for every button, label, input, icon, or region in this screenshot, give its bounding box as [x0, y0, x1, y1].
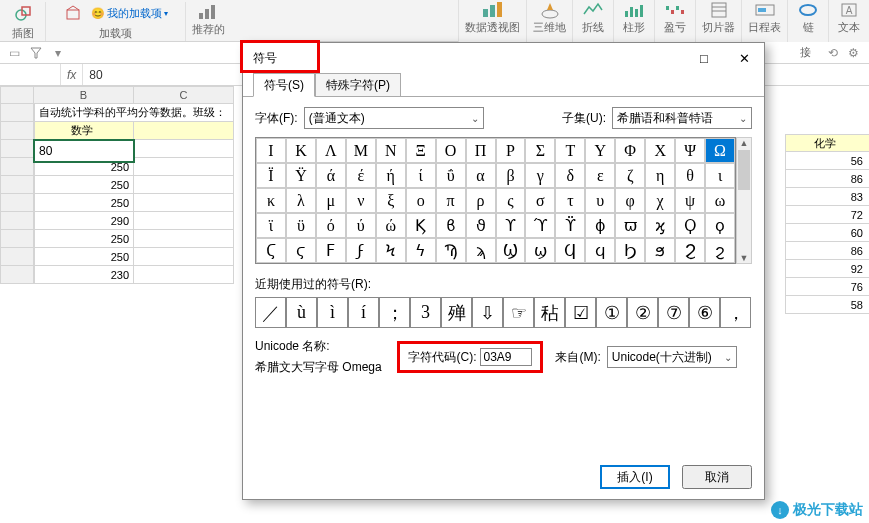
char-cell[interactable]: χ	[645, 188, 675, 213]
subset-select[interactable]: 希腊语和科普特语⌄	[612, 107, 752, 129]
recommended-charts-button[interactable]: 推荐的	[186, 2, 231, 41]
cancel-button[interactable]: 取消	[682, 465, 752, 489]
from-select[interactable]: Unicode(十六进制)⌄	[607, 346, 737, 368]
char-cell[interactable]: Υ	[585, 138, 615, 163]
character-grid[interactable]: ΙΚΛΜΝΞΟΠΡΣΤΥΦΧΨΩΪΫάέήίΰαβγδεζηθικλμνξοπρ…	[255, 137, 736, 264]
cell[interactable]	[134, 194, 234, 212]
cell[interactable]: 86	[785, 170, 869, 188]
recent-char[interactable]: í	[348, 297, 379, 328]
char-cell[interactable]: θ	[675, 163, 705, 188]
char-cell[interactable]: ϓ	[525, 213, 555, 238]
row-header[interactable]	[0, 104, 34, 122]
cell[interactable]: 86	[785, 242, 869, 260]
char-cell[interactable]: ί	[406, 163, 436, 188]
recent-char[interactable]: ì	[317, 297, 348, 328]
char-cell[interactable]: ϖ	[615, 213, 645, 238]
char-cell[interactable]: ϣ	[525, 238, 555, 263]
maximize-button[interactable]: □	[684, 43, 724, 73]
char-cell[interactable]: φ	[615, 188, 645, 213]
sparkline-winloss-button[interactable]: 盈亏	[654, 0, 695, 42]
char-cell[interactable]: γ	[525, 163, 555, 188]
char-cell[interactable]: Ϣ	[496, 238, 526, 263]
cell[interactable]	[134, 122, 234, 140]
charcode-input[interactable]	[480, 348, 532, 366]
char-cell[interactable]: Ω	[705, 138, 735, 163]
cell[interactable]	[134, 212, 234, 230]
char-cell[interactable]: ζ	[615, 163, 645, 188]
font-select[interactable]: (普通文本)⌄	[304, 107, 484, 129]
char-cell[interactable]: ό	[316, 213, 346, 238]
char-cell[interactable]: Ϝ	[316, 238, 346, 263]
char-cell[interactable]: π	[436, 188, 466, 213]
char-cell[interactable]: ϙ	[705, 213, 735, 238]
cell[interactable]: 80	[34, 140, 134, 162]
char-cell[interactable]: ϒ	[496, 213, 526, 238]
recent-char[interactable]: ，	[720, 297, 751, 328]
header-text-cell[interactable]: 自动统计学科的平均分等数据。班级：	[34, 104, 234, 122]
char-cell[interactable]: Ϡ	[436, 238, 466, 263]
formula-value[interactable]: 80	[83, 68, 102, 82]
store-icon[interactable]	[63, 3, 83, 23]
char-cell[interactable]: μ	[316, 188, 346, 213]
border-icon[interactable]: ▭	[6, 45, 22, 61]
row-header[interactable]	[0, 176, 34, 194]
slicer-button[interactable]: 切片器	[695, 0, 741, 42]
cell[interactable]: 72	[785, 206, 869, 224]
funnel-icon[interactable]	[28, 45, 44, 61]
timeline-button[interactable]: 日程表	[741, 0, 787, 42]
cell[interactable]: 92	[785, 260, 869, 278]
char-cell[interactable]: ϥ	[585, 238, 615, 263]
cell[interactable]	[134, 230, 234, 248]
recent-char[interactable]: 殚	[441, 297, 472, 328]
char-cell[interactable]: ψ	[675, 188, 705, 213]
char-cell[interactable]: τ	[555, 188, 585, 213]
settings-icon[interactable]: ⚙	[845, 45, 861, 61]
row-header[interactable]	[0, 140, 34, 158]
pivot-chart-button[interactable]: 数据透视图	[458, 0, 526, 42]
char-cell[interactable]: ι	[705, 163, 735, 188]
char-cell[interactable]: ϡ	[466, 238, 496, 263]
row-header[interactable]	[0, 248, 34, 266]
shapes-icon[interactable]	[13, 3, 33, 23]
fx-icon[interactable]: fx	[61, 68, 82, 82]
text-button[interactable]: A文本	[828, 0, 869, 42]
char-cell[interactable]: ϗ	[645, 213, 675, 238]
char-cell[interactable]: Ϧ	[615, 238, 645, 263]
close-button[interactable]: ✕	[724, 43, 764, 73]
char-cell[interactable]: Ϟ	[376, 238, 406, 263]
char-cell[interactable]: ε	[585, 163, 615, 188]
recent-char[interactable]: ①	[596, 297, 627, 328]
char-cell[interactable]: Μ	[346, 138, 376, 163]
cell[interactable]: 250	[34, 248, 134, 266]
recent-char[interactable]: 3	[410, 297, 441, 328]
row-header[interactable]	[0, 122, 34, 140]
char-cell[interactable]: ύ	[346, 213, 376, 238]
char-cell[interactable]: ϕ	[585, 213, 615, 238]
char-cell[interactable]: Ο	[436, 138, 466, 163]
row-header[interactable]	[0, 194, 34, 212]
char-cell[interactable]: Ϛ	[256, 238, 286, 263]
sort-icon[interactable]: ▾	[50, 45, 66, 61]
my-addins-link[interactable]: 😊我的加载项▾	[91, 6, 168, 21]
char-cell[interactable]: Ι	[256, 138, 286, 163]
cell[interactable]: 230	[34, 266, 134, 284]
recent-char[interactable]: ☞	[503, 297, 534, 328]
cell[interactable]: 58	[785, 296, 869, 314]
char-cell[interactable]: κ	[256, 188, 286, 213]
select-all-corner[interactable]	[0, 86, 34, 104]
char-cell[interactable]: Χ	[645, 138, 675, 163]
char-cell[interactable]: δ	[555, 163, 585, 188]
char-cell[interactable]: Ϗ	[406, 213, 436, 238]
col-label-math[interactable]: 数学	[34, 122, 134, 140]
recent-char[interactable]: ⑦	[658, 297, 689, 328]
char-cell[interactable]: Τ	[555, 138, 585, 163]
recent-char[interactable]: ù	[286, 297, 317, 328]
char-cell[interactable]: ϛ	[286, 238, 316, 263]
char-cell[interactable]: ϔ	[555, 213, 585, 238]
cell[interactable]	[134, 158, 234, 176]
char-cell[interactable]: Ξ	[406, 138, 436, 163]
link-button[interactable]: 链	[787, 0, 828, 42]
col-label-chem[interactable]: 化学	[785, 134, 869, 152]
char-cell[interactable]: Ϩ	[675, 238, 705, 263]
row-header[interactable]	[0, 212, 34, 230]
